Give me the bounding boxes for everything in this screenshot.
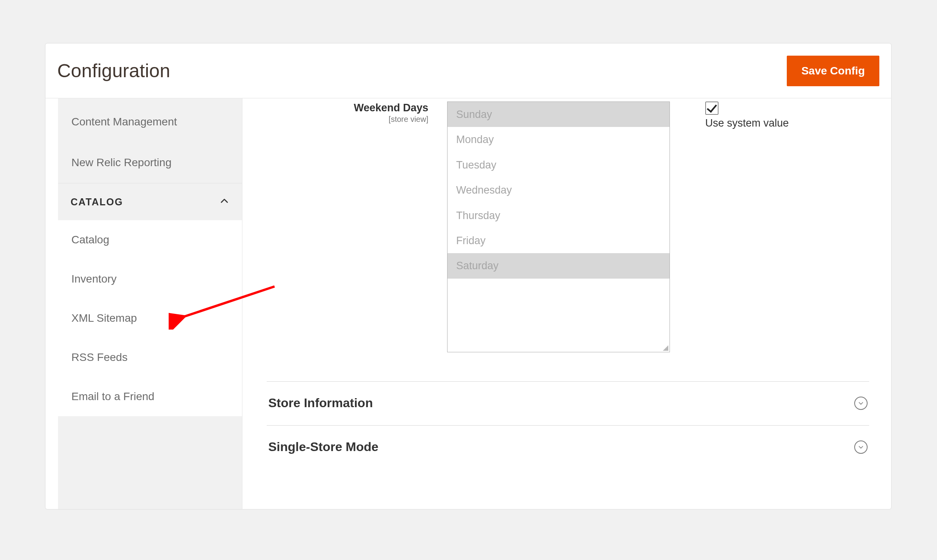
- sidebar-item-inventory[interactable]: Inventory: [58, 259, 242, 299]
- sidebar-item-content-management[interactable]: Content Management: [58, 101, 242, 142]
- save-config-button[interactable]: Save Config: [787, 56, 879, 86]
- sidebar-item-new-relic-reporting[interactable]: New Relic Reporting: [58, 142, 242, 183]
- panel-body: Content Management New Relic Reporting C…: [45, 98, 891, 509]
- use-system-value-checkbox[interactable]: [705, 101, 719, 115]
- sidebar-section-label: CATALOG: [71, 196, 123, 208]
- accordion-single-store-mode[interactable]: Single-Store Mode: [267, 425, 869, 469]
- chevron-down-icon: [854, 440, 868, 454]
- option-wednesday[interactable]: Wednesday: [448, 178, 670, 203]
- option-friday[interactable]: Friday: [448, 228, 670, 253]
- option-tuesday[interactable]: Tuesday: [448, 152, 670, 178]
- option-sunday[interactable]: Sunday: [448, 102, 670, 127]
- weekend-days-field-row: Weekend Days [store view] Sunday Monday …: [267, 98, 869, 352]
- use-system-value-label: Use system value: [705, 117, 789, 129]
- chevron-up-icon: [219, 196, 229, 208]
- accordion-store-information[interactable]: Store Information: [267, 381, 869, 425]
- sidebar-item-xml-sitemap[interactable]: XML Sitemap: [58, 299, 242, 338]
- weekend-days-multiselect[interactable]: Sunday Monday Tuesday Wednesday Thursday…: [447, 101, 670, 352]
- sidebar-general-block: Content Management New Relic Reporting: [58, 101, 242, 183]
- use-system-column: Use system value: [670, 101, 789, 129]
- config-panel: Configuration Save Config Content Manage…: [45, 43, 892, 509]
- panel-header: Configuration Save Config: [45, 43, 891, 98]
- accordion-title: Single-Store Mode: [268, 440, 378, 454]
- resize-handle-icon[interactable]: [660, 343, 670, 352]
- config-content: Weekend Days [store view] Sunday Monday …: [245, 98, 891, 509]
- option-saturday[interactable]: Saturday: [448, 253, 670, 278]
- sidebar-catalog-items: Catalog Inventory XML Sitemap RSS Feeds …: [58, 220, 242, 416]
- chevron-down-icon: [854, 397, 868, 410]
- accordion-title: Store Information: [268, 396, 373, 410]
- sidebar-item-catalog[interactable]: Catalog: [58, 220, 242, 259]
- sidebar-item-email-to-friend[interactable]: Email to a Friend: [58, 377, 242, 416]
- option-thursday[interactable]: Thursday: [448, 203, 670, 228]
- page-title: Configuration: [57, 60, 170, 82]
- field-label: Weekend Days: [267, 101, 428, 114]
- field-scope: [store view]: [267, 115, 428, 124]
- option-monday[interactable]: Monday: [448, 127, 670, 152]
- sidebar-item-rss-feeds[interactable]: RSS Feeds: [58, 338, 242, 377]
- field-label-column: Weekend Days [store view]: [267, 101, 447, 124]
- accordion-group: Store Information Single-Store Mode: [267, 381, 869, 469]
- sidebar-section-catalog[interactable]: CATALOG: [58, 183, 242, 220]
- config-sidebar: Content Management New Relic Reporting C…: [58, 98, 242, 509]
